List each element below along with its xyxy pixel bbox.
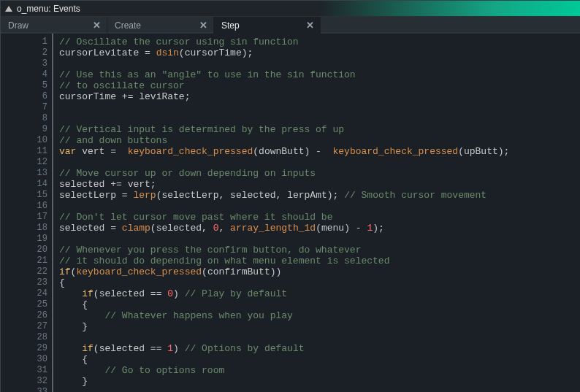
tab-draw[interactable]: Draw✕ bbox=[1, 17, 107, 34]
token: if bbox=[82, 288, 94, 299]
code-line[interactable]: if(selected == 1) // Options by default bbox=[59, 343, 580, 354]
token: 0 bbox=[167, 288, 173, 299]
token: vert bbox=[128, 179, 150, 190]
token: = bbox=[145, 47, 156, 58]
line-number: 29 bbox=[1, 343, 47, 354]
code-line[interactable]: // Use this as an "angle" to use in the … bbox=[59, 69, 580, 80]
token: // Oscillate the cursor using sin functi… bbox=[59, 36, 299, 47]
token bbox=[59, 299, 82, 310]
code-line[interactable]: if(selected == 0) // Play by default bbox=[59, 288, 580, 299]
token: vert bbox=[76, 146, 110, 157]
code-line[interactable]: if(keyboard_check_pressed(confirmButt)) bbox=[59, 266, 580, 277]
line-number: 32 bbox=[1, 376, 47, 387]
token: ( bbox=[316, 223, 321, 234]
close-icon[interactable]: ✕ bbox=[93, 20, 101, 31]
token: // Move cursor up or down depending on i… bbox=[59, 168, 316, 179]
tab-create[interactable]: Create✕ bbox=[107, 17, 214, 34]
token: ; bbox=[150, 179, 156, 190]
token: selectLerp bbox=[161, 190, 218, 201]
line-number: 3 bbox=[1, 58, 47, 69]
token: ); bbox=[373, 223, 384, 234]
code-line[interactable] bbox=[59, 201, 580, 212]
code-line[interactable]: { bbox=[59, 277, 580, 288]
code-line[interactable]: } bbox=[59, 376, 580, 387]
token: lerpAmt bbox=[287, 190, 327, 201]
token: ); bbox=[498, 146, 510, 157]
line-number: 10 bbox=[1, 135, 47, 146]
token: - bbox=[356, 223, 367, 234]
token: cursorLevitate bbox=[59, 47, 145, 58]
line-number: 4 bbox=[1, 69, 47, 80]
code-line[interactable]: cursorLevitate = dsin(cursorTime); bbox=[59, 47, 580, 58]
token: menu bbox=[321, 223, 344, 234]
token: selected bbox=[99, 288, 150, 299]
token: ( bbox=[179, 47, 185, 58]
code-line[interactable]: // Move cursor up or down depending on i… bbox=[59, 168, 580, 179]
token: ); bbox=[327, 190, 344, 201]
line-number: 25 bbox=[1, 299, 47, 310]
line-number: 15 bbox=[1, 190, 47, 201]
code-line[interactable]: cursorTime += leviRate; bbox=[59, 91, 580, 102]
code-line[interactable]: var vert = keyboard_check_pressed(downBu… bbox=[59, 146, 580, 157]
token: ( bbox=[94, 288, 99, 299]
token: // Don't let cursor move past where it s… bbox=[59, 212, 332, 223]
token: ); bbox=[242, 47, 253, 58]
code-editor[interactable]: 1234567891011121314151617181920212223242… bbox=[1, 34, 580, 392]
code-line[interactable]: // Go to options room bbox=[59, 365, 580, 376]
token: // it should do depending on what menu e… bbox=[59, 255, 389, 266]
token bbox=[59, 288, 82, 299]
tab-step[interactable]: Step✕ bbox=[214, 17, 321, 34]
tab-label: Create bbox=[115, 20, 141, 31]
code-line[interactable]: } bbox=[59, 321, 580, 332]
code-line[interactable]: selected += vert; bbox=[59, 179, 580, 190]
code-line[interactable]: selected = clamp(selected, 0, array_leng… bbox=[59, 223, 580, 234]
code-area[interactable]: // Oscillate the cursor using sin functi… bbox=[53, 34, 580, 392]
code-line[interactable] bbox=[59, 58, 580, 69]
tab-label: Step bbox=[221, 20, 240, 31]
code-line[interactable]: // Oscillate the cursor using sin functi… bbox=[59, 36, 580, 47]
code-line[interactable]: // and down buttons bbox=[59, 135, 580, 146]
code-line[interactable]: // Vertical input is determined by the p… bbox=[59, 124, 580, 135]
code-line[interactable]: // it should do depending on what menu e… bbox=[59, 255, 580, 266]
token: if bbox=[59, 266, 71, 277]
code-line[interactable] bbox=[59, 113, 580, 124]
close-icon[interactable]: ✕ bbox=[199, 20, 207, 31]
line-number: 17 bbox=[1, 212, 47, 223]
token: keyboard_check_pressed bbox=[76, 266, 202, 277]
code-line[interactable] bbox=[59, 157, 580, 168]
token: , bbox=[218, 190, 230, 201]
token: ) bbox=[173, 343, 185, 354]
titlebar[interactable]: o_menu: Events bbox=[1, 1, 580, 17]
token: ( bbox=[458, 146, 464, 157]
token: ( bbox=[253, 146, 259, 157]
code-line[interactable] bbox=[59, 234, 580, 245]
code-line[interactable] bbox=[59, 387, 580, 392]
line-number: 23 bbox=[1, 277, 47, 288]
token: 1 bbox=[167, 343, 173, 354]
code-line[interactable]: { bbox=[59, 354, 580, 365]
token: ) bbox=[173, 288, 185, 299]
code-line[interactable]: { bbox=[59, 299, 580, 310]
code-line[interactable] bbox=[59, 332, 580, 343]
code-line[interactable] bbox=[59, 102, 580, 113]
token: // Vertical input is determined by the p… bbox=[59, 124, 344, 135]
token: = bbox=[122, 190, 134, 201]
token: selected bbox=[59, 179, 110, 190]
line-number: 27 bbox=[1, 321, 47, 332]
code-line[interactable]: selectLerp = lerp(selectLerp, selected, … bbox=[59, 190, 580, 201]
token: upButt bbox=[464, 146, 498, 157]
line-number: 2 bbox=[1, 47, 47, 58]
token: // Whatever happens when you play bbox=[104, 310, 292, 321]
token: ( bbox=[202, 266, 207, 277]
close-icon[interactable]: ✕ bbox=[306, 20, 314, 31]
line-number: 31 bbox=[1, 365, 47, 376]
token: keyboard_check_pressed bbox=[128, 146, 253, 157]
code-line[interactable]: // Don't let cursor move past where it s… bbox=[59, 212, 580, 223]
line-number: 33 bbox=[1, 387, 47, 392]
code-line[interactable]: // Whatever happens when you play bbox=[59, 310, 580, 321]
token: confirmButt bbox=[207, 266, 270, 277]
line-number: 9 bbox=[1, 124, 47, 135]
token: selected bbox=[59, 223, 110, 234]
code-line[interactable]: // Whenever you press the confirm button… bbox=[59, 245, 580, 255]
code-line[interactable]: // to oscillate cursor bbox=[59, 80, 580, 91]
